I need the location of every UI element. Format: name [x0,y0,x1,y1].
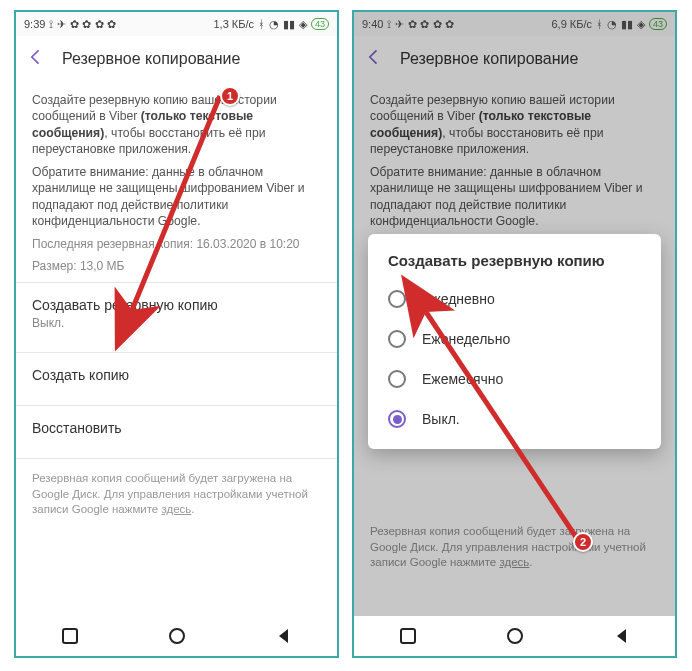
radio-option-weekly[interactable]: Еженедельно [368,319,661,359]
radio-label: Еженедельно [422,331,510,347]
android-nav-bar [354,616,675,656]
radio-label: Выкл. [422,411,460,427]
backup-frequency-dialog: Создавать резервную копию Ежедневно Ежен… [368,234,661,449]
nav-home-icon[interactable] [168,627,186,645]
create-backup-title: Создать копию [32,367,321,383]
back-icon[interactable] [26,47,46,71]
auto-backup-title: Создавать резервную копию [32,297,321,313]
dialog-title: Создавать резервную копию [368,252,661,279]
radio-label: Ежедневно [422,291,495,307]
nav-recent-icon[interactable] [61,627,79,645]
description-block: Создайте резервную копию вашей истории с… [16,82,337,274]
nav-back-icon[interactable] [275,627,293,645]
android-nav-bar [16,616,337,656]
svg-point-1 [170,629,184,643]
last-backup-text: Последняя резервная копия: 16.03.2020 в … [32,236,321,252]
page-title: Резервное копирование [62,50,240,68]
settings-icons: ✿ ✿ ✿ ✿ [70,18,115,31]
footnote: Резервная копия сообщений будет загружен… [16,459,337,530]
radio-icon [388,410,406,428]
svg-rect-0 [63,629,77,643]
radio-option-monthly[interactable]: Ежемесячно [368,359,661,399]
radio-option-off[interactable]: Выкл. [368,399,661,439]
status-bar: 9:39 ⟟ ✈ ✿ ✿ ✿ ✿ 1,3 КБ/с ᚼ ◔ ▮▮ ◈ 43 [16,12,337,36]
footnote-text: . [191,503,194,515]
radio-icon [388,290,406,308]
restore-title: Восстановить [32,420,321,436]
telegram-icon: ✈ [57,18,66,31]
location-icon: ⟟ [49,18,53,31]
phone-screen-right: 9:40 ⟟ ✈ ✿ ✿ ✿ ✿ 6,9 КБ/с ᚼ ◔ ▮▮ ◈ 43 Ре… [352,10,677,658]
radio-option-daily[interactable]: Ежедневно [368,279,661,319]
footnote-link[interactable]: здесь [161,503,191,515]
clock-icon: ◔ [269,18,279,31]
radio-icon [388,370,406,388]
app-bar: Резервное копирование [16,36,337,82]
battery-icon: 43 [311,18,329,30]
backup-size-text: Размер: 13,0 МБ [32,258,321,274]
status-net: 1,3 КБ/с [213,18,254,30]
nav-back-icon[interactable] [613,627,631,645]
auto-backup-item[interactable]: Создавать резервную копию Выкл. [16,283,337,344]
status-time: 9:39 [24,18,45,30]
signal-icon: ▮▮ [283,18,295,31]
nav-recent-icon[interactable] [399,627,417,645]
svg-point-3 [508,629,522,643]
desc-warning: Обратите внимание: данные в облачном хра… [32,164,321,230]
radio-label: Ежемесячно [422,371,503,387]
phone-screen-left: 9:39 ⟟ ✈ ✿ ✿ ✿ ✿ 1,3 КБ/с ᚼ ◔ ▮▮ ◈ 43 Ре… [14,10,339,658]
svg-rect-2 [401,629,415,643]
restore-item[interactable]: Восстановить [16,406,337,450]
nav-home-icon[interactable] [506,627,524,645]
bluetooth-icon: ᚼ [258,18,265,30]
auto-backup-sub: Выкл. [32,316,321,330]
wifi-icon: ◈ [299,18,307,31]
create-backup-item[interactable]: Создать копию [16,353,337,397]
radio-icon [388,330,406,348]
